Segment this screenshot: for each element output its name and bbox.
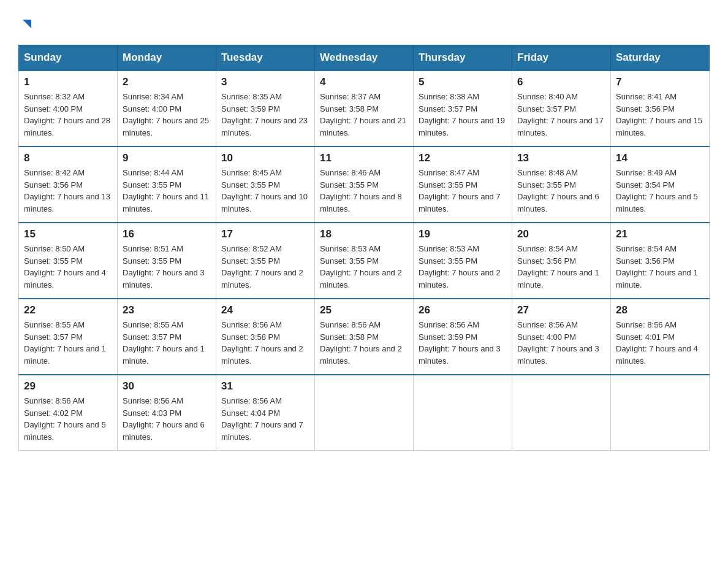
day-info: Sunrise: 8:55 AMSunset: 3:57 PMDaylight:… bbox=[123, 319, 211, 367]
logo-arrow-icon bbox=[20, 17, 34, 33]
calendar-cell: 8Sunrise: 8:42 AMSunset: 3:56 PMDaylight… bbox=[19, 147, 118, 223]
calendar-cell: 9Sunrise: 8:44 AMSunset: 3:55 PMDaylight… bbox=[118, 147, 216, 223]
day-info: Sunrise: 8:44 AMSunset: 3:55 PMDaylight:… bbox=[123, 167, 211, 215]
calendar-cell bbox=[512, 375, 611, 451]
day-number: 11 bbox=[320, 152, 408, 164]
day-number: 23 bbox=[123, 304, 211, 316]
header-tuesday: Tuesday bbox=[216, 45, 315, 71]
day-number: 17 bbox=[221, 228, 309, 240]
calendar-table: SundayMondayTuesdayWednesdayThursdayFrid… bbox=[18, 45, 710, 451]
day-number: 12 bbox=[419, 152, 507, 164]
header-saturday: Saturday bbox=[611, 45, 710, 71]
day-number: 1 bbox=[24, 76, 112, 88]
day-number: 31 bbox=[221, 380, 309, 393]
calendar-cell: 4Sunrise: 8:37 AMSunset: 3:58 PMDaylight… bbox=[315, 71, 414, 147]
day-number: 6 bbox=[517, 76, 605, 88]
calendar-cell: 16Sunrise: 8:51 AMSunset: 3:55 PMDayligh… bbox=[118, 223, 216, 299]
day-info: Sunrise: 8:37 AMSunset: 3:58 PMDaylight:… bbox=[320, 91, 408, 139]
svg-marker-0 bbox=[23, 20, 31, 28]
day-info: Sunrise: 8:46 AMSunset: 3:55 PMDaylight:… bbox=[320, 167, 408, 215]
day-info: Sunrise: 8:56 AMSunset: 4:04 PMDaylight:… bbox=[221, 395, 309, 443]
calendar-cell: 24Sunrise: 8:56 AMSunset: 3:58 PMDayligh… bbox=[216, 299, 315, 375]
calendar-cell: 11Sunrise: 8:46 AMSunset: 3:55 PMDayligh… bbox=[315, 147, 414, 223]
calendar-cell: 21Sunrise: 8:54 AMSunset: 3:56 PMDayligh… bbox=[611, 223, 710, 299]
day-info: Sunrise: 8:56 AMSunset: 4:01 PMDaylight:… bbox=[616, 319, 704, 367]
day-info: Sunrise: 8:48 AMSunset: 3:55 PMDaylight:… bbox=[517, 167, 605, 215]
calendar-cell: 23Sunrise: 8:55 AMSunset: 3:57 PMDayligh… bbox=[118, 299, 216, 375]
calendar-cell: 15Sunrise: 8:50 AMSunset: 3:55 PMDayligh… bbox=[19, 223, 118, 299]
day-number: 4 bbox=[320, 76, 408, 88]
calendar-cell: 31Sunrise: 8:56 AMSunset: 4:04 PMDayligh… bbox=[216, 375, 315, 451]
day-number: 21 bbox=[616, 228, 704, 240]
day-info: Sunrise: 8:56 AMSunset: 3:58 PMDaylight:… bbox=[221, 319, 309, 367]
day-number: 25 bbox=[320, 304, 408, 316]
day-info: Sunrise: 8:49 AMSunset: 3:54 PMDaylight:… bbox=[616, 167, 704, 215]
calendar-cell: 1Sunrise: 8:32 AMSunset: 4:00 PMDaylight… bbox=[19, 71, 118, 147]
calendar-cell: 18Sunrise: 8:53 AMSunset: 3:55 PMDayligh… bbox=[315, 223, 414, 299]
day-number: 2 bbox=[123, 76, 211, 88]
week-row-2: 8Sunrise: 8:42 AMSunset: 3:56 PMDaylight… bbox=[19, 147, 710, 223]
calendar-cell bbox=[414, 375, 512, 451]
day-info: Sunrise: 8:53 AMSunset: 3:55 PMDaylight:… bbox=[320, 243, 408, 291]
week-row-4: 22Sunrise: 8:55 AMSunset: 3:57 PMDayligh… bbox=[19, 299, 710, 375]
day-info: Sunrise: 8:55 AMSunset: 3:57 PMDaylight:… bbox=[24, 319, 112, 367]
calendar-cell: 14Sunrise: 8:49 AMSunset: 3:54 PMDayligh… bbox=[611, 147, 710, 223]
header-friday: Friday bbox=[512, 45, 611, 71]
calendar-cell: 6Sunrise: 8:40 AMSunset: 3:57 PMDaylight… bbox=[512, 71, 611, 147]
day-number: 24 bbox=[221, 304, 309, 316]
day-info: Sunrise: 8:56 AMSunset: 4:03 PMDaylight:… bbox=[123, 395, 211, 443]
day-info: Sunrise: 8:51 AMSunset: 3:55 PMDaylight:… bbox=[123, 243, 211, 291]
day-info: Sunrise: 8:42 AMSunset: 3:56 PMDaylight:… bbox=[24, 167, 112, 215]
day-number: 7 bbox=[616, 76, 704, 88]
day-info: Sunrise: 8:54 AMSunset: 3:56 PMDaylight:… bbox=[517, 243, 605, 291]
calendar-cell: 25Sunrise: 8:56 AMSunset: 3:58 PMDayligh… bbox=[315, 299, 414, 375]
day-info: Sunrise: 8:40 AMSunset: 3:57 PMDaylight:… bbox=[517, 91, 605, 139]
header-sunday: Sunday bbox=[19, 45, 118, 71]
day-number: 5 bbox=[419, 76, 507, 88]
day-info: Sunrise: 8:52 AMSunset: 3:55 PMDaylight:… bbox=[221, 243, 309, 291]
week-row-3: 15Sunrise: 8:50 AMSunset: 3:55 PMDayligh… bbox=[19, 223, 710, 299]
day-info: Sunrise: 8:56 AMSunset: 3:58 PMDaylight:… bbox=[320, 319, 408, 367]
calendar-cell: 12Sunrise: 8:47 AMSunset: 3:55 PMDayligh… bbox=[414, 147, 512, 223]
header-monday: Monday bbox=[118, 45, 216, 71]
calendar-cell: 20Sunrise: 8:54 AMSunset: 3:56 PMDayligh… bbox=[512, 223, 611, 299]
day-number: 26 bbox=[419, 304, 507, 316]
header-thursday: Thursday bbox=[414, 45, 512, 71]
day-number: 29 bbox=[24, 380, 112, 393]
calendar-header: SundayMondayTuesdayWednesdayThursdayFrid… bbox=[19, 45, 710, 71]
day-number: 10 bbox=[221, 152, 309, 164]
day-number: 20 bbox=[517, 228, 605, 240]
day-info: Sunrise: 8:47 AMSunset: 3:55 PMDaylight:… bbox=[419, 167, 507, 215]
day-info: Sunrise: 8:53 AMSunset: 3:55 PMDaylight:… bbox=[419, 243, 507, 291]
day-info: Sunrise: 8:56 AMSunset: 3:59 PMDaylight:… bbox=[419, 319, 507, 367]
day-number: 19 bbox=[419, 228, 507, 240]
calendar-body: 1Sunrise: 8:32 AMSunset: 4:00 PMDaylight… bbox=[19, 71, 710, 451]
day-info: Sunrise: 8:32 AMSunset: 4:00 PMDaylight:… bbox=[24, 91, 112, 139]
calendar-cell: 30Sunrise: 8:56 AMSunset: 4:03 PMDayligh… bbox=[118, 375, 216, 451]
day-number: 16 bbox=[123, 228, 211, 240]
day-info: Sunrise: 8:35 AMSunset: 3:59 PMDaylight:… bbox=[221, 91, 309, 139]
calendar-cell: 13Sunrise: 8:48 AMSunset: 3:55 PMDayligh… bbox=[512, 147, 611, 223]
day-number: 27 bbox=[517, 304, 605, 316]
day-number: 15 bbox=[24, 228, 112, 240]
calendar-cell: 22Sunrise: 8:55 AMSunset: 3:57 PMDayligh… bbox=[19, 299, 118, 375]
day-number: 8 bbox=[24, 152, 112, 164]
calendar-cell: 3Sunrise: 8:35 AMSunset: 3:59 PMDaylight… bbox=[216, 71, 315, 147]
calendar-cell: 29Sunrise: 8:56 AMSunset: 4:02 PMDayligh… bbox=[19, 375, 118, 451]
header-wednesday: Wednesday bbox=[315, 45, 414, 71]
calendar-cell: 28Sunrise: 8:56 AMSunset: 4:01 PMDayligh… bbox=[611, 299, 710, 375]
logo bbox=[18, 12, 34, 33]
calendar-cell: 27Sunrise: 8:56 AMSunset: 4:00 PMDayligh… bbox=[512, 299, 611, 375]
calendar-cell: 7Sunrise: 8:41 AMSunset: 3:56 PMDaylight… bbox=[611, 71, 710, 147]
calendar-cell: 26Sunrise: 8:56 AMSunset: 3:59 PMDayligh… bbox=[414, 299, 512, 375]
calendar-cell: 5Sunrise: 8:38 AMSunset: 3:57 PMDaylight… bbox=[414, 71, 512, 147]
day-info: Sunrise: 8:38 AMSunset: 3:57 PMDaylight:… bbox=[419, 91, 507, 139]
calendar-cell bbox=[315, 375, 414, 451]
day-info: Sunrise: 8:45 AMSunset: 3:55 PMDaylight:… bbox=[221, 167, 309, 215]
calendar-cell: 2Sunrise: 8:34 AMSunset: 4:00 PMDaylight… bbox=[118, 71, 216, 147]
day-number: 18 bbox=[320, 228, 408, 240]
day-number: 22 bbox=[24, 304, 112, 316]
page-header bbox=[18, 12, 710, 33]
day-number: 3 bbox=[221, 76, 309, 88]
week-row-1: 1Sunrise: 8:32 AMSunset: 4:00 PMDaylight… bbox=[19, 71, 710, 147]
